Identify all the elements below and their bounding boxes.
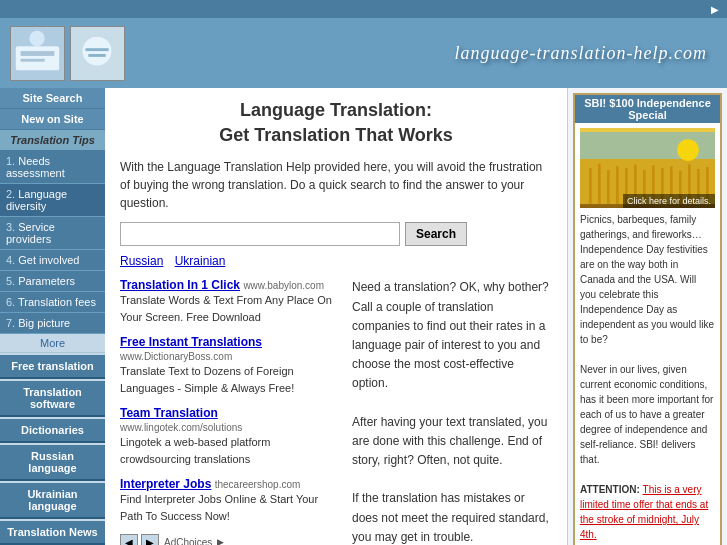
svg-rect-7 (85, 48, 108, 51)
sidebar-item-needs-assessment[interactable]: 1. Needs assessment (0, 151, 105, 184)
search-button[interactable]: Search (405, 222, 467, 246)
sidebar-item-num: 3. (6, 221, 18, 233)
sidebar-item-label: Big picture (18, 317, 70, 329)
sidebar-item-translation-fees[interactable]: 6. Translation fees (0, 292, 105, 313)
translation-title-3[interactable]: Team Translation www.lingotek.com/soluti… (120, 406, 337, 434)
sidebar-item-site-search[interactable]: Site Search (0, 88, 105, 109)
svg-rect-2 (21, 51, 55, 56)
ad-choices-arrow: ▶ (217, 537, 224, 545)
ad-image[interactable]: Click here for details. (580, 128, 715, 208)
main-title-line2: Get Translation That Works (219, 125, 453, 145)
translation-item-3: Team Translation www.lingotek.com/soluti… (120, 406, 337, 467)
translation-title-1[interactable]: Translation In 1 Click www.babylon.com (120, 278, 337, 292)
sidebar-translation-news[interactable]: Translation News (0, 521, 105, 545)
layout: Site Search New on Site Translation Tips… (0, 88, 727, 545)
svg-rect-12 (589, 168, 592, 204)
svg-rect-13 (598, 164, 601, 205)
translation-title-4[interactable]: Interpreter Jobs thecareershop.com (120, 477, 337, 491)
main-description: With the Language Translation Help provi… (120, 158, 552, 212)
translation-item-2: Free Instant Translations www.Dictionary… (120, 335, 337, 396)
sidebar-item-language-diversity[interactable]: 2. Language diversity (0, 184, 105, 217)
ad-box-header: SBI! $100 Independence Special (575, 95, 720, 123)
sidebar-item-parameters[interactable]: 5. Parameters (0, 271, 105, 292)
ad-box: SBI! $100 Independence Special (573, 93, 722, 545)
sidebar-item-service-providers[interactable]: 3. Service providers (0, 217, 105, 250)
main-title: Language Translation: Get Translation Th… (120, 98, 552, 148)
main-title-line1: Language Translation: (240, 100, 432, 120)
sidebar-free-translation[interactable]: Free translation (0, 355, 105, 379)
right-col-p1: Need a translation? OK, why bother? Call… (352, 278, 552, 393)
translation-item-1: Translation In 1 Click www.babylon.com T… (120, 278, 337, 325)
svg-point-4 (29, 30, 44, 45)
top-bar: ▶ (0, 0, 727, 18)
translation-item-4: Interpreter Jobs thecareershop.com Find … (120, 477, 337, 524)
sidebar-russian-language[interactable]: Russian language (0, 445, 105, 481)
right-col-p3: If the translation has mistakes or does … (352, 489, 552, 545)
svg-point-6 (83, 36, 112, 65)
top-bar-arrow: ▶ (711, 4, 719, 15)
header: language-translation-help.com (0, 18, 727, 88)
ukrainian-link[interactable]: Ukrainian (175, 254, 226, 268)
sidebar-translation-tips-label: Translation Tips (0, 130, 105, 151)
search-bar: Search (120, 222, 552, 246)
sidebar-item-new-on-site[interactable]: New on Site (0, 109, 105, 130)
sidebar-translation-software[interactable]: Translation software (0, 381, 105, 417)
sidebar-item-label: Translation fees (18, 296, 96, 308)
header-images (10, 26, 125, 81)
svg-rect-14 (607, 170, 610, 204)
header-logo: language-translation-help.com (455, 43, 707, 64)
sidebar-item-num: 6. (6, 296, 18, 308)
sidebar-item-num: 2. (6, 188, 18, 200)
ad-text-body: Picnics, barbeques, family gatherings, a… (580, 212, 715, 542)
header-image-2 (70, 26, 125, 81)
ad-choices-label: AdChoices (164, 537, 212, 545)
content-columns: Translation In 1 Click www.babylon.com T… (120, 278, 552, 545)
russian-link[interactable]: Russian (120, 254, 163, 268)
ad-nav-next[interactable]: ▶ (141, 534, 159, 545)
sidebar-item-num: 7. (6, 317, 18, 329)
sidebar-dictionaries[interactable]: Dictionaries (0, 419, 105, 443)
right-panel: SBI! $100 Independence Special (567, 88, 727, 545)
sidebar-ukrainian-language[interactable]: Ukrainian language (0, 483, 105, 519)
ad-nav-buttons: ◀ ▶ (120, 534, 159, 545)
main-content: Language Translation: Get Translation Th… (105, 88, 567, 545)
sidebar: Site Search New on Site Translation Tips… (0, 88, 105, 545)
ad-attention: ATTENTION: (580, 484, 643, 495)
ad-click-label[interactable]: Click here for details. (623, 194, 715, 208)
right-column: Need a translation? OK, why bother? Call… (352, 278, 552, 545)
language-links: Russian Ukrainian (120, 254, 552, 268)
svg-rect-8 (88, 53, 105, 56)
left-column: Translation In 1 Click www.babylon.com T… (120, 278, 337, 545)
svg-point-11 (677, 139, 699, 161)
translation-title-2[interactable]: Free Instant Translations www.Dictionary… (120, 335, 337, 363)
ad-navigation-bar: ◀ ▶ AdChoices ▶ (120, 534, 337, 545)
search-input[interactable] (120, 222, 400, 246)
sidebar-item-num: 5. (6, 275, 18, 287)
svg-rect-3 (21, 58, 45, 61)
ad-nav-prev[interactable]: ◀ (120, 534, 138, 545)
sidebar-item-num: 1. (6, 155, 18, 167)
sidebar-item-big-picture[interactable]: 7. Big picture (0, 313, 105, 334)
sidebar-item-get-involved[interactable]: 4. Get involved (0, 250, 105, 271)
sidebar-item-label: Parameters (18, 275, 75, 287)
svg-rect-1 (16, 46, 59, 70)
sidebar-more-btn[interactable]: More (0, 334, 105, 353)
right-col-p2: After having your text translated, you a… (352, 413, 552, 471)
sidebar-item-label: Get involved (18, 254, 79, 266)
header-image-1 (10, 26, 65, 81)
sidebar-item-num: 4. (6, 254, 18, 266)
svg-rect-15 (616, 166, 619, 204)
